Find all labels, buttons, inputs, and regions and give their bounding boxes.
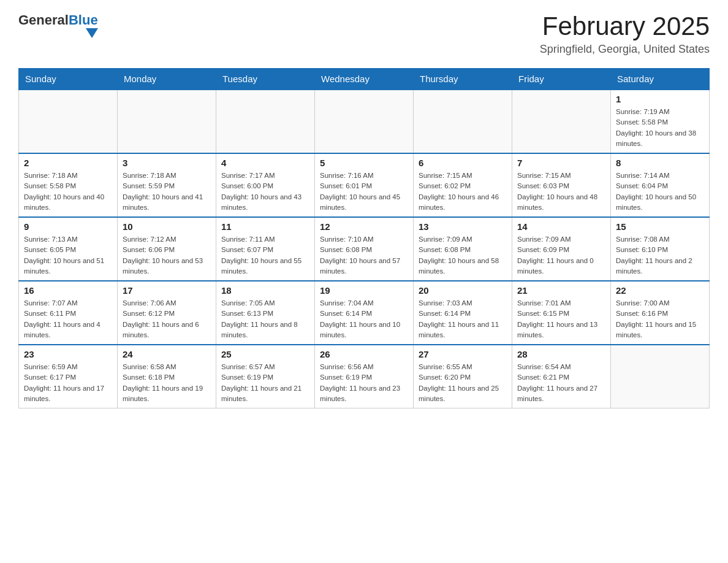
calendar-cell: 21Sunrise: 7:01 AMSunset: 6:15 PMDayligh… — [512, 281, 611, 345]
day-info: Sunrise: 7:19 AMSunset: 5:58 PMDaylight:… — [616, 107, 704, 149]
week-row-4: 16Sunrise: 7:07 AMSunset: 6:11 PMDayligh… — [19, 281, 710, 345]
day-info: Sunrise: 7:00 AMSunset: 6:16 PMDaylight:… — [616, 298, 704, 340]
day-number: 14 — [517, 221, 605, 232]
day-info: Sunrise: 7:01 AMSunset: 6:15 PMDaylight:… — [517, 298, 605, 340]
logo-general: General — [18, 12, 69, 28]
calendar-cell: 3Sunrise: 7:18 AMSunset: 5:59 PMDaylight… — [118, 153, 216, 217]
day-number: 16 — [24, 285, 112, 296]
week-row-5: 23Sunrise: 6:59 AMSunset: 6:17 PMDayligh… — [19, 345, 710, 408]
weekday-header-wednesday: Wednesday — [315, 69, 414, 90]
logo-text: GeneralBlue — [18, 12, 98, 38]
week-row-3: 9Sunrise: 7:13 AMSunset: 6:05 PMDaylight… — [19, 217, 710, 281]
calendar-cell — [611, 345, 710, 408]
day-number: 12 — [320, 221, 408, 232]
calendar-cell: 9Sunrise: 7:13 AMSunset: 6:05 PMDaylight… — [19, 217, 118, 281]
day-info: Sunrise: 7:18 AMSunset: 5:58 PMDaylight:… — [24, 170, 112, 213]
day-info: Sunrise: 7:08 AMSunset: 6:10 PMDaylight:… — [616, 234, 704, 277]
calendar-cell — [216, 90, 315, 153]
day-info: Sunrise: 7:16 AMSunset: 6:01 PMDaylight:… — [320, 170, 408, 213]
day-number: 7 — [517, 158, 605, 168]
day-number: 11 — [221, 221, 309, 232]
calendar-cell: 2Sunrise: 7:18 AMSunset: 5:58 PMDaylight… — [19, 153, 118, 217]
calendar-cell: 5Sunrise: 7:16 AMSunset: 6:01 PMDaylight… — [315, 153, 414, 217]
day-info: Sunrise: 7:09 AMSunset: 6:09 PMDaylight:… — [517, 234, 605, 277]
calendar-cell: 7Sunrise: 7:15 AMSunset: 6:03 PMDaylight… — [512, 153, 611, 217]
calendar-cell: 8Sunrise: 7:14 AMSunset: 6:04 PMDaylight… — [611, 153, 710, 217]
calendar-subtitle: Springfield, Georgia, United States — [540, 43, 710, 56]
day-number: 5 — [320, 158, 408, 168]
weekday-header-thursday: Thursday — [414, 69, 512, 90]
day-number: 20 — [419, 285, 507, 296]
calendar-cell — [414, 90, 512, 153]
calendar-cell: 14Sunrise: 7:09 AMSunset: 6:09 PMDayligh… — [512, 217, 611, 281]
calendar-title: February 2025 — [540, 12, 710, 40]
day-info: Sunrise: 7:15 AMSunset: 6:02 PMDaylight:… — [419, 170, 507, 213]
logo-blue: Blue — [69, 12, 98, 28]
day-number: 17 — [123, 285, 211, 296]
calendar-cell: 20Sunrise: 7:03 AMSunset: 6:14 PMDayligh… — [414, 281, 512, 345]
calendar-cell: 11Sunrise: 7:11 AMSunset: 6:07 PMDayligh… — [216, 217, 315, 281]
day-info: Sunrise: 7:06 AMSunset: 6:12 PMDaylight:… — [123, 298, 211, 340]
day-number: 6 — [419, 158, 507, 168]
day-number: 10 — [123, 221, 211, 232]
calendar-cell: 17Sunrise: 7:06 AMSunset: 6:12 PMDayligh… — [118, 281, 216, 345]
day-info: Sunrise: 7:15 AMSunset: 6:03 PMDaylight:… — [517, 170, 605, 213]
day-number: 27 — [419, 349, 507, 359]
day-number: 22 — [616, 285, 704, 296]
week-row-1: 1Sunrise: 7:19 AMSunset: 5:58 PMDaylight… — [19, 90, 710, 153]
calendar-cell: 27Sunrise: 6:55 AMSunset: 6:20 PMDayligh… — [414, 345, 512, 408]
day-info: Sunrise: 6:58 AMSunset: 6:18 PMDaylight:… — [123, 362, 211, 404]
calendar-cell — [315, 90, 414, 153]
calendar-cell: 4Sunrise: 7:17 AMSunset: 6:00 PMDaylight… — [216, 153, 315, 217]
day-info: Sunrise: 6:57 AMSunset: 6:19 PMDaylight:… — [221, 362, 309, 404]
weekday-header-monday: Monday — [118, 69, 216, 90]
week-row-2: 2Sunrise: 7:18 AMSunset: 5:58 PMDaylight… — [19, 153, 710, 217]
day-info: Sunrise: 7:11 AMSunset: 6:07 PMDaylight:… — [221, 234, 309, 277]
day-info: Sunrise: 7:09 AMSunset: 6:08 PMDaylight:… — [419, 234, 507, 277]
day-number: 28 — [517, 349, 605, 359]
day-info: Sunrise: 7:12 AMSunset: 6:06 PMDaylight:… — [123, 234, 211, 277]
calendar-cell: 10Sunrise: 7:12 AMSunset: 6:06 PMDayligh… — [118, 217, 216, 281]
day-number: 9 — [24, 221, 112, 232]
logo: GeneralBlue — [18, 12, 98, 38]
calendar-cell: 18Sunrise: 7:05 AMSunset: 6:13 PMDayligh… — [216, 281, 315, 345]
day-info: Sunrise: 7:18 AMSunset: 5:59 PMDaylight:… — [123, 170, 211, 213]
day-info: Sunrise: 6:56 AMSunset: 6:19 PMDaylight:… — [320, 362, 408, 404]
calendar-header: SundayMondayTuesdayWednesdayThursdayFrid… — [19, 69, 710, 90]
day-info: Sunrise: 7:17 AMSunset: 6:00 PMDaylight:… — [221, 170, 309, 213]
calendar-cell: 15Sunrise: 7:08 AMSunset: 6:10 PMDayligh… — [611, 217, 710, 281]
day-number: 15 — [616, 221, 704, 232]
calendar-cell: 12Sunrise: 7:10 AMSunset: 6:08 PMDayligh… — [315, 217, 414, 281]
day-number: 26 — [320, 349, 408, 359]
day-number: 2 — [24, 158, 112, 168]
weekday-header-tuesday: Tuesday — [216, 69, 315, 90]
title-block: February 2025 Springfield, Georgia, Unit… — [540, 12, 710, 56]
day-number: 13 — [419, 221, 507, 232]
day-info: Sunrise: 7:07 AMSunset: 6:11 PMDaylight:… — [24, 298, 112, 340]
calendar-cell — [118, 90, 216, 153]
day-number: 19 — [320, 285, 408, 296]
day-number: 8 — [616, 158, 704, 168]
day-info: Sunrise: 7:14 AMSunset: 6:04 PMDaylight:… — [616, 170, 704, 213]
weekday-header-friday: Friday — [512, 69, 611, 90]
day-number: 24 — [123, 349, 211, 359]
calendar-cell: 19Sunrise: 7:04 AMSunset: 6:14 PMDayligh… — [315, 281, 414, 345]
day-number: 25 — [221, 349, 309, 359]
calendar-cell: 24Sunrise: 6:58 AMSunset: 6:18 PMDayligh… — [118, 345, 216, 408]
calendar-cell: 16Sunrise: 7:07 AMSunset: 6:11 PMDayligh… — [19, 281, 118, 345]
weekday-header-sunday: Sunday — [19, 69, 118, 90]
day-info: Sunrise: 6:59 AMSunset: 6:17 PMDaylight:… — [24, 362, 112, 404]
calendar-cell: 28Sunrise: 6:54 AMSunset: 6:21 PMDayligh… — [512, 345, 611, 408]
day-number: 3 — [123, 158, 211, 168]
day-info: Sunrise: 7:13 AMSunset: 6:05 PMDaylight:… — [24, 234, 112, 277]
calendar-cell: 23Sunrise: 6:59 AMSunset: 6:17 PMDayligh… — [19, 345, 118, 408]
calendar-cell — [512, 90, 611, 153]
day-number: 18 — [221, 285, 309, 296]
calendar-cell: 26Sunrise: 6:56 AMSunset: 6:19 PMDayligh… — [315, 345, 414, 408]
calendar-cell: 25Sunrise: 6:57 AMSunset: 6:19 PMDayligh… — [216, 345, 315, 408]
day-number: 4 — [221, 158, 309, 168]
day-info: Sunrise: 6:54 AMSunset: 6:21 PMDaylight:… — [517, 362, 605, 404]
calendar-cell: 6Sunrise: 7:15 AMSunset: 6:02 PMDaylight… — [414, 153, 512, 217]
day-info: Sunrise: 7:04 AMSunset: 6:14 PMDaylight:… — [320, 298, 408, 340]
day-info: Sunrise: 7:10 AMSunset: 6:08 PMDaylight:… — [320, 234, 408, 277]
